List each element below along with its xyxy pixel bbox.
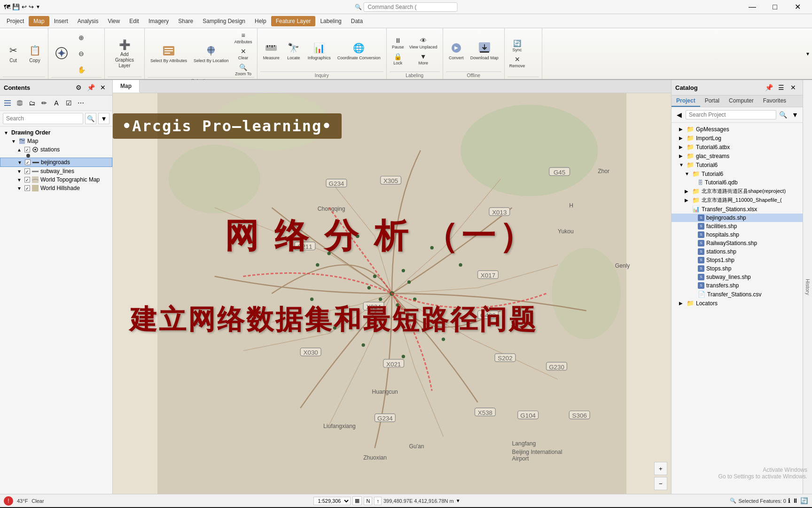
list-by-type-button[interactable]: 🗂	[26, 97, 38, 109]
map-tab[interactable]: Map	[113, 80, 140, 93]
world-topo-expand[interactable]: ▼	[17, 177, 23, 183]
coordinates-dropdown[interactable]: ▼	[456, 498, 461, 503]
map-expand[interactable]: ▼	[11, 139, 17, 144]
zoom-in-button[interactable]: ⊕	[73, 30, 90, 45]
pan-button[interactable]: ✋	[73, 62, 90, 77]
list-by-drawing-order-button[interactable]	[2, 97, 13, 109]
quick-access-redo[interactable]: ↪	[29, 3, 34, 10]
tree-bejingroads-shp[interactable]: S bejingroads.shp	[671, 214, 803, 222]
contents-search-input[interactable]	[3, 113, 83, 124]
glac-expand[interactable]: ▶	[679, 153, 685, 159]
zoom-to-selection-button[interactable]: 🔍 Zoom To	[233, 62, 254, 77]
tree-importlog[interactable]: ▶ 📁 ImportLog	[671, 134, 803, 143]
tree-transfer-stations-csv[interactable]: 📄 Transfer_Stations.csv	[671, 290, 803, 299]
explore-button[interactable]	[51, 37, 72, 70]
clear-selection-button[interactable]: ✕ Clear	[233, 46, 254, 61]
cut-button[interactable]: ✂ Cut	[3, 37, 23, 70]
tree-railway-stations-shp[interactable]: S RailwayStations.shp	[671, 239, 803, 247]
remove-button[interactable]: ✕ Remove	[508, 54, 527, 69]
sync-button[interactable]: 🔄 Sync	[508, 38, 527, 53]
map-zoom-in-button[interactable]: +	[654, 462, 667, 475]
tree-tutorial6-atbx[interactable]: ▶ 📁 Tutorial6.atbx	[671, 143, 803, 151]
more-contents-button[interactable]: ⋯	[75, 97, 86, 109]
stations-expand[interactable]: ▲	[17, 147, 23, 152]
tree-locators[interactable]: ▶ 📁 Locators	[671, 299, 803, 308]
map-grid-button[interactable]: ▦	[352, 496, 362, 505]
convert-button[interactable]: Convert	[446, 34, 467, 67]
catalog-search-button[interactable]: 🔍	[777, 109, 789, 120]
tree-tutorial6[interactable]: ▼ 📁 Tutorial6	[671, 160, 803, 169]
quick-access-dropdown[interactable]: ▼	[36, 4, 40, 9]
catalog-search-input[interactable]	[686, 110, 776, 119]
feature-info-button[interactable]: ℹ	[788, 497, 790, 504]
measure-button[interactable]: Measure	[260, 34, 282, 67]
tree-stops1-shp[interactable]: S Stops1.shp	[671, 256, 803, 264]
catalog-filter-button[interactable]: ▼	[789, 109, 801, 120]
layer-world-hillshade[interactable]: ▼ World Hillshade	[0, 184, 112, 192]
bejingroads-checkbox[interactable]	[25, 159, 31, 165]
importlog-expand[interactable]: ▶	[679, 135, 685, 141]
catalog-tab-portal[interactable]: Portal	[700, 95, 724, 107]
infographics-button[interactable]: 📊 Infographics	[305, 34, 334, 67]
quick-access-save[interactable]: 💾	[12, 3, 20, 10]
beijing-1-expand[interactable]: ▶	[685, 189, 690, 194]
zoom-out-button[interactable]: ⊖	[73, 46, 90, 61]
list-by-labeling-button[interactable]: A	[51, 97, 62, 109]
layer-bejingroads[interactable]: ▼ bejingroads	[0, 158, 112, 167]
quick-access-undo[interactable]: ↩	[22, 3, 27, 10]
command-search-input[interactable]	[364, 2, 458, 12]
refresh-status-button[interactable]: 🔄	[800, 497, 808, 504]
layer-stations[interactable]: ▲ stations	[0, 145, 112, 154]
menu-labeling[interactable]: Labeling	[315, 16, 346, 26]
command-search[interactable]: 🔍	[355, 2, 458, 12]
gpmessages-expand[interactable]: ▶	[679, 127, 685, 132]
scale-selector[interactable]: 1:529,306	[313, 497, 351, 505]
tree-glac-streams[interactable]: ▶ 📁 glac_streams	[671, 151, 803, 160]
contents-filter-button[interactable]: ⚙	[73, 82, 84, 93]
tree-stops-shp[interactable]: S Stops.shp	[671, 264, 803, 273]
menu-edit[interactable]: Edit	[125, 16, 144, 26]
coordinate-conversion-button[interactable]: 🌐 Coordinate Conversion	[335, 34, 383, 67]
map-rotation-button[interactable]: ↑	[374, 497, 382, 505]
layer-world-topo[interactable]: ▼ World Topographic Map	[0, 175, 112, 184]
menu-sampling-design[interactable]: Sampling Design	[198, 16, 250, 26]
locate-button[interactable]: 🔭 Locate	[283, 34, 304, 67]
catalog-close-button[interactable]: ✕	[788, 82, 799, 93]
contents-search-dropdown[interactable]: ▼	[98, 113, 109, 124]
subway-checkbox[interactable]	[24, 168, 30, 174]
tree-facilities-shp[interactable]: S facilities.shp	[671, 222, 803, 230]
layer-subway-lines[interactable]: ▼ subway_lines	[0, 167, 112, 175]
menu-insert[interactable]: Insert	[49, 16, 73, 26]
atbx-expand[interactable]: ▶	[679, 144, 685, 150]
close-button[interactable]: ✕	[787, 0, 808, 14]
menu-view[interactable]: View	[103, 16, 125, 26]
map-north-button[interactable]: N	[364, 497, 372, 505]
maximize-button[interactable]: □	[764, 0, 786, 14]
menu-feature-layer[interactable]: Feature Layer	[271, 16, 316, 26]
catalog-menu-button[interactable]: ☰	[775, 82, 787, 93]
drawing-order-expand[interactable]: ▼	[4, 130, 9, 135]
hillshade-expand[interactable]: ▼	[17, 186, 23, 191]
add-graphics-button[interactable]: ➕ Add Graphics Layer	[108, 37, 141, 70]
menu-help[interactable]: Help	[250, 16, 271, 26]
menu-imagery[interactable]: Imagery	[144, 16, 173, 26]
tree-tutorial6-sub[interactable]: ▼ 📁 Tutorial6	[671, 169, 803, 178]
tree-transfers-shp[interactable]: S transfers.shp	[671, 281, 803, 290]
list-by-data-source-button[interactable]	[14, 97, 25, 109]
menu-map[interactable]: Map	[29, 16, 49, 26]
select-by-attributes-button[interactable]: Select By Attributes	[148, 37, 190, 70]
catalog-tab-favorites[interactable]: Favorites	[758, 95, 791, 107]
contents-pin-button[interactable]: 📌	[85, 82, 96, 93]
bejingroads-expand[interactable]: ▼	[17, 160, 23, 165]
menu-analysis[interactable]: Analysis	[73, 16, 103, 26]
lock-button[interactable]: 🔒 Lock	[390, 51, 406, 66]
menu-project[interactable]: Project	[2, 16, 29, 26]
tree-tutorial6-qdb[interactable]: 🗄 Tutorial6.qdb	[671, 178, 803, 187]
beijing-2-expand[interactable]: ▶	[685, 198, 690, 203]
pause-button[interactable]: ⏸ Pause	[390, 35, 406, 50]
catalog-tab-project[interactable]: Project	[671, 95, 700, 107]
tree-beijing-roads-1[interactable]: ▶ 📁 北京市道路街道区县shape(reproject)	[671, 187, 803, 196]
tree-gpmessages[interactable]: ▶ 📁 GpMessages	[671, 125, 803, 134]
pause-status-button[interactable]: ⏸	[792, 497, 798, 504]
more-button[interactable]: ▼ More	[407, 51, 439, 66]
